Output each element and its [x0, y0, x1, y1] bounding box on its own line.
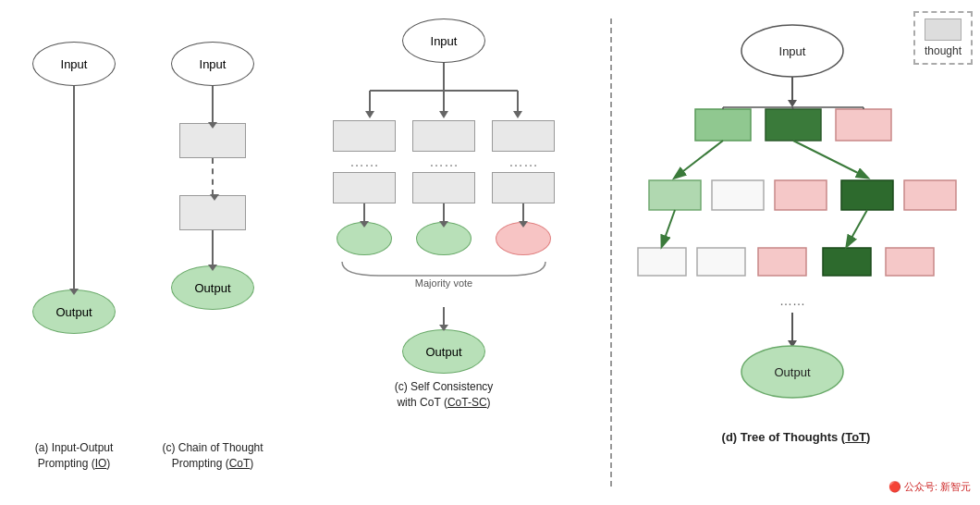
svg-line-26: [675, 141, 723, 178]
svg-rect-21: [649, 180, 701, 210]
svg-rect-14: [766, 109, 821, 141]
svg-text:Input: Input: [779, 44, 806, 58]
thought-legend-box: [925, 18, 962, 41]
cot-caption: (c) Chain of Thought Prompting (CoT): [162, 440, 263, 472]
svg-rect-25: [904, 180, 956, 210]
cot-output-node: Output: [171, 265, 254, 310]
svg-marker-8: [513, 111, 522, 118]
sc-rect-m2: [412, 172, 475, 203]
thought-legend: thought: [913, 11, 973, 65]
io-output-node: Output: [32, 289, 116, 334]
svg-rect-32: [886, 248, 934, 276]
sc-rect-r1: [492, 120, 555, 152]
sc-input-node: Input: [402, 18, 485, 63]
cot-diagram: Input Output (c) Chain of Thought Prompt…: [139, 0, 287, 472]
io-input-node: Input: [32, 42, 116, 86]
sc-dots-m: ……: [429, 154, 459, 169]
io-caption: (a) Input-Output Prompting (IO): [35, 440, 114, 472]
io-diagram: Input Output (a) Input-Output Prompting …: [9, 0, 139, 472]
svg-rect-31: [823, 248, 871, 276]
sc-diagram: Input: [287, 0, 601, 472]
cot-arrow2: [212, 230, 214, 265]
sc-caption: (c) Self Consistency with CoT (CoT-SC): [287, 379, 601, 411]
svg-marker-3: [365, 111, 374, 118]
svg-rect-15: [836, 109, 891, 141]
svg-rect-13: [695, 109, 751, 141]
svg-text:Output: Output: [774, 365, 810, 379]
sc-final-arrow: [443, 307, 445, 326]
svg-line-34: [847, 210, 867, 246]
sc-arrow-m: [443, 203, 445, 222]
svg-rect-28: [638, 248, 686, 276]
sc-dots-r: ……: [508, 154, 538, 169]
main-container: Input Output (a) Input-Output Prompting …: [0, 0, 980, 505]
svg-rect-22: [712, 180, 764, 210]
svg-rect-23: [775, 180, 827, 210]
sc-rect-m1: [412, 120, 475, 152]
svg-line-27: [793, 141, 867, 178]
vertical-divider: [610, 18, 612, 487]
svg-marker-5: [439, 111, 448, 118]
sc-branch-svg: [324, 63, 564, 118]
sc-dots-l: ……: [349, 154, 379, 169]
svg-text:……: ……: [779, 293, 805, 308]
sc-rect-l2: [333, 172, 396, 203]
majority-vote-label: Majority vote: [415, 277, 472, 289]
sc-output-node: Output: [402, 329, 485, 374]
svg-rect-24: [841, 180, 893, 210]
cot-arrow1: [212, 86, 214, 123]
sc-rect-r2: [492, 172, 555, 203]
cot-input-node: Input: [171, 42, 254, 86]
cot-dashed-arrow: [212, 158, 214, 195]
tot-panel: thought Input: [612, 0, 980, 505]
svg-rect-29: [697, 248, 745, 276]
tot-svg: Input: [621, 18, 963, 444]
sc-arrow-l: [363, 203, 365, 222]
svg-rect-30: [758, 248, 806, 276]
sc-arrow-r: [522, 203, 524, 222]
watermark: 🔴 公众号: 新智元: [888, 480, 971, 494]
sc-rect-l1: [333, 120, 396, 152]
svg-line-33: [662, 210, 675, 246]
io-arrow: [73, 86, 75, 289]
svg-marker-12: [788, 100, 797, 107]
